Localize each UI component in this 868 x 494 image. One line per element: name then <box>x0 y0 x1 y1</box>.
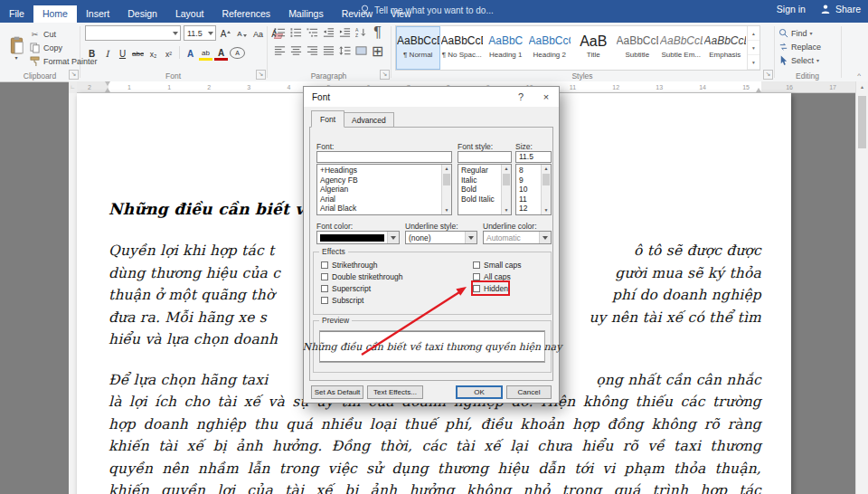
grow-font-button[interactable]: A <box>219 26 232 41</box>
change-case-button[interactable]: Aa <box>251 26 265 41</box>
hanging-indent-marker[interactable] <box>105 85 110 92</box>
shading-button[interactable] <box>354 43 369 58</box>
ribbon-tab-file[interactable]: File <box>0 5 33 23</box>
scroll-up-icon[interactable]: ▴ <box>856 81 868 93</box>
checkbox-box[interactable] <box>321 285 328 292</box>
font-listbox[interactable]: +HeadingsAgency FBAlgerianArialArial Bla… <box>316 164 452 215</box>
bullets-button[interactable] <box>272 25 288 40</box>
font-style-option[interactable]: Bold <box>458 185 502 195</box>
gallery-scroll-down-icon[interactable]: ▾ <box>748 41 760 55</box>
font-name-edit[interactable] <box>316 151 452 163</box>
size-edit[interactable]: 11.5 <box>515 151 552 163</box>
style-item[interactable]: AaBbCcDSubtitle <box>616 26 660 70</box>
dropdown-arrow-icon[interactable] <box>205 26 215 40</box>
scroll-thumb[interactable] <box>503 174 510 185</box>
align-right-button[interactable] <box>305 43 320 58</box>
checkbox-box[interactable] <box>321 297 328 304</box>
font-color-button[interactable]: A <box>214 43 228 61</box>
style-item[interactable]: AaBbCcDc¶ Normal <box>396 26 440 70</box>
decrease-indent-button[interactable] <box>321 25 336 40</box>
checkbox-box[interactable] <box>321 273 328 280</box>
collapse-ribbon-icon[interactable]: ^ <box>857 71 861 80</box>
dropdown-arrow-icon[interactable] <box>465 232 476 243</box>
ribbon-tab-design[interactable]: Design <box>118 5 166 23</box>
ribbon-tab-references[interactable]: References <box>212 5 279 23</box>
size-option[interactable]: 11 <box>516 195 542 204</box>
italic-button[interactable]: I <box>100 46 114 61</box>
text-effects-button-dialog[interactable]: Text Effects... <box>367 385 423 399</box>
underline-style-combo[interactable]: (none) <box>405 231 477 244</box>
help-icon[interactable]: ? <box>508 87 533 107</box>
font-option[interactable]: Algerian <box>317 185 442 195</box>
replace-button[interactable]: Replace <box>778 40 821 53</box>
justify-button[interactable] <box>321 43 336 58</box>
checkbox-strikethrough[interactable]: Strikethrough <box>321 259 378 271</box>
share-button[interactable]: Share <box>820 4 861 14</box>
dialog-title-bar[interactable]: Font ? × <box>304 87 559 107</box>
borders-button[interactable]: ⊞ <box>370 43 385 58</box>
scroll-down-icon[interactable]: ▼ <box>445 206 449 214</box>
checkbox-double-strikethrough[interactable]: Double strikethrough <box>321 271 402 282</box>
shrink-font-button[interactable]: A <box>235 26 249 41</box>
scroll-thumb[interactable] <box>542 174 550 185</box>
scroll-up-icon[interactable]: ▲ <box>445 165 449 173</box>
size-option[interactable]: 8 <box>516 166 542 176</box>
strikethrough-button[interactable]: abc <box>131 46 145 61</box>
font-option[interactable]: Agency FB <box>317 176 442 185</box>
style-item[interactable]: AaBbCHeading 1 <box>484 26 528 70</box>
underline-color-combo[interactable]: Automatic <box>483 231 552 244</box>
clipboard-dialog-launcher-icon[interactable]: ↘ <box>69 70 79 80</box>
font-name-combo[interactable] <box>85 25 181 41</box>
ribbon-tab-insert[interactable]: Insert <box>77 5 118 23</box>
scroll-down-icon[interactable]: ▼ <box>505 206 509 214</box>
checkbox-subscript[interactable]: Subscript <box>321 294 363 306</box>
dropdown-arrow-icon[interactable] <box>170 26 180 40</box>
listbox-scrollbar[interactable]: ▲ ▼ <box>541 165 551 214</box>
checkbox-box[interactable] <box>473 261 480 269</box>
styles-dialog-launcher-icon[interactable]: ↘ <box>763 70 773 80</box>
right-indent-marker[interactable] <box>756 85 761 92</box>
vertical-scrollbar[interactable]: ▴ <box>855 81 868 494</box>
tab-font[interactable]: Font <box>311 110 344 128</box>
underline-button[interactable]: U <box>116 46 129 61</box>
font-option[interactable]: +Headings <box>317 166 442 176</box>
show-formatting-marks-button[interactable]: ¶ <box>370 25 385 40</box>
line-spacing-button[interactable] <box>337 43 353 58</box>
checkbox-box[interactable] <box>473 285 480 292</box>
checkbox-all-caps[interactable]: All caps <box>473 271 511 282</box>
superscript-button[interactable]: x² <box>162 46 175 61</box>
align-left-button[interactable] <box>272 43 288 58</box>
checkbox-superscript[interactable]: Superscript <box>321 282 371 294</box>
font-size-combo[interactable]: 11.5 <box>184 25 216 41</box>
gallery-scroll-up-icon[interactable]: ▴ <box>748 26 760 41</box>
dropdown-arrow-icon[interactable] <box>539 232 551 243</box>
cancel-button[interactable]: Cancel <box>506 385 552 399</box>
font-style-option[interactable]: Italic <box>458 176 502 185</box>
multilevel-list-button[interactable] <box>305 25 320 40</box>
increase-indent-button[interactable] <box>337 25 353 40</box>
scroll-up-icon[interactable]: ▲ <box>544 165 549 173</box>
scroll-down-icon[interactable]: ▼ <box>544 206 549 214</box>
ribbon-tab-home[interactable]: Home <box>33 5 77 23</box>
ok-button[interactable]: OK <box>456 385 503 399</box>
font-dialog-launcher-icon[interactable]: ↘ <box>256 70 266 80</box>
style-item[interactable]: AaBbCcDc¶ No Spac... <box>440 26 485 70</box>
scroll-up-icon[interactable]: ▲ <box>505 165 509 173</box>
gallery-more-icon[interactable]: ▾ <box>748 55 760 70</box>
font-color-combo[interactable] <box>316 231 400 244</box>
align-center-button[interactable] <box>288 43 304 58</box>
numbering-button[interactable] <box>288 25 304 40</box>
font-style-listbox[interactable]: RegularItalicBoldBold Italic ▲ ▼ <box>458 164 512 215</box>
listbox-scrollbar[interactable]: ▲ ▼ <box>501 165 511 214</box>
bold-button[interactable]: B <box>85 46 99 61</box>
select-button[interactable]: Select ▾ <box>778 53 821 67</box>
style-item[interactable]: AaBTitle <box>571 26 616 70</box>
tell-me-box[interactable]: Tell me what you want to do... <box>360 5 494 15</box>
font-style-option[interactable]: Bold Italic <box>458 195 502 204</box>
paste-button[interactable]: ▾ <box>4 25 29 71</box>
size-option[interactable]: 10 <box>516 185 542 195</box>
font-style-edit[interactable] <box>458 151 512 163</box>
ribbon-tab-mailings[interactable]: Mailings <box>279 5 333 23</box>
font-option[interactable]: Arial Black <box>317 204 442 214</box>
size-option[interactable]: 9 <box>516 176 542 185</box>
